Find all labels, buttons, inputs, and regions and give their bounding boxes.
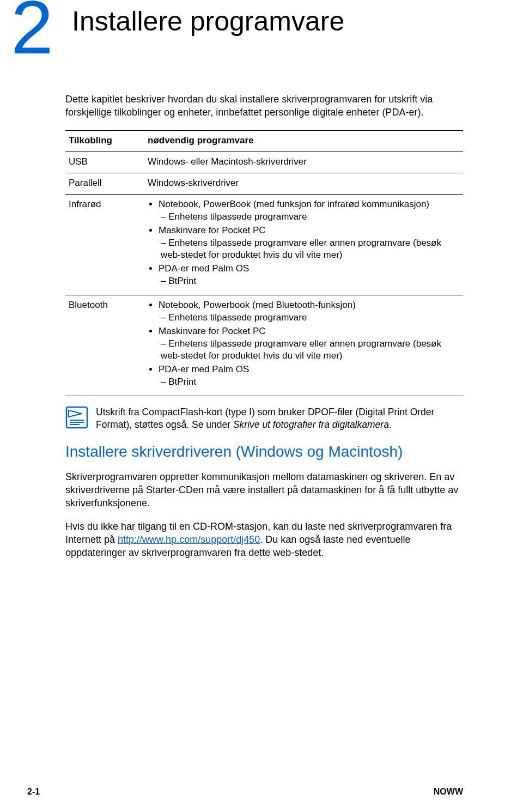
bullet-main: PDA-er med Palm OS: [159, 364, 249, 374]
bullet-sub: – Enhetens tilpassede programvare eller …: [161, 237, 460, 261]
note-icon: [65, 406, 88, 429]
table-row: Parallell Windows-skriverdriver: [65, 173, 463, 194]
page-footer: 2-1 NOWW: [0, 787, 523, 797]
requirements-table: Tilkobling nødvendig programvare USB Win…: [65, 130, 463, 397]
bullet-sub: – BtPrint: [161, 376, 460, 388]
bullet-main: Notebook, Powerbook (med Bluetooth-funks…: [159, 300, 356, 310]
table-row: USB Windows- eller Macintosh-skriverdriv…: [65, 152, 463, 173]
bullet-sub: – Enhetens tilpassede programvare: [161, 312, 460, 324]
support-link[interactable]: http://www.hp.com/support/dj450: [118, 534, 260, 545]
bullet-sub: – Enhetens tilpassede programvare: [161, 211, 460, 223]
note-italic: Skrive ut fotografier fra digitalkamera: [233, 419, 389, 430]
note-part2: .: [389, 419, 392, 430]
table-header-tilkobling: Tilkobling: [65, 130, 144, 152]
cell-infrarod-label: Infrarød: [65, 194, 144, 295]
note-text: Utskrift fra CompactFlash-kort (type I) …: [96, 406, 463, 431]
footer-page-number: 2-1: [27, 787, 40, 797]
footer-right: NOWW: [434, 787, 463, 797]
section-heading: Installere skriverdriveren (Windows og M…: [65, 443, 463, 460]
bullet-main: PDA-er med Palm OS: [159, 263, 249, 274]
bullet-main: Maskinvare for Pocket PC: [159, 225, 266, 235]
body-paragraph-2: Hvis du ikke har tilgang til en CD-ROM-s…: [65, 520, 463, 560]
cell-usb-label: USB: [65, 152, 144, 173]
cell-parallell-value: Windows-skriverdriver: [144, 173, 463, 194]
note-block: Utskrift fra CompactFlash-kort (type I) …: [65, 406, 463, 431]
chapter-header: 2 Installere programvare: [65, 0, 463, 76]
table-row: Infrarød Notebook, PowerBook (med funksj…: [65, 194, 463, 295]
bullet-sub: – BtPrint: [161, 275, 460, 287]
intro-paragraph: Dette kapitlet beskriver hvordan du skal…: [65, 93, 463, 119]
table-header-programvare: nødvendig programvare: [144, 130, 463, 152]
bullet-sub: – Enhetens tilpassede programvare eller …: [161, 338, 460, 362]
bullet-main: Notebook, PowerBook (med funksjon for in…: [159, 199, 429, 209]
bullet-main: Maskinvare for Pocket PC: [159, 326, 266, 336]
cell-bluetooth-value: Notebook, Powerbook (med Bluetooth-funks…: [144, 295, 463, 396]
chapter-number: 2: [11, 0, 53, 65]
cell-infrarod-value: Notebook, PowerBook (med funksjon for in…: [144, 194, 463, 295]
chapter-title: Installere programvare: [72, 5, 344, 37]
body-paragraph-1: Skriverprogramvaren oppretter kommunikas…: [65, 470, 463, 510]
table-row: Bluetooth Notebook, Powerbook (med Bluet…: [65, 295, 463, 396]
cell-parallell-label: Parallell: [65, 173, 144, 194]
cell-usb-value: Windows- eller Macintosh-skriverdriver: [144, 152, 463, 173]
cell-bluetooth-label: Bluetooth: [65, 295, 144, 396]
